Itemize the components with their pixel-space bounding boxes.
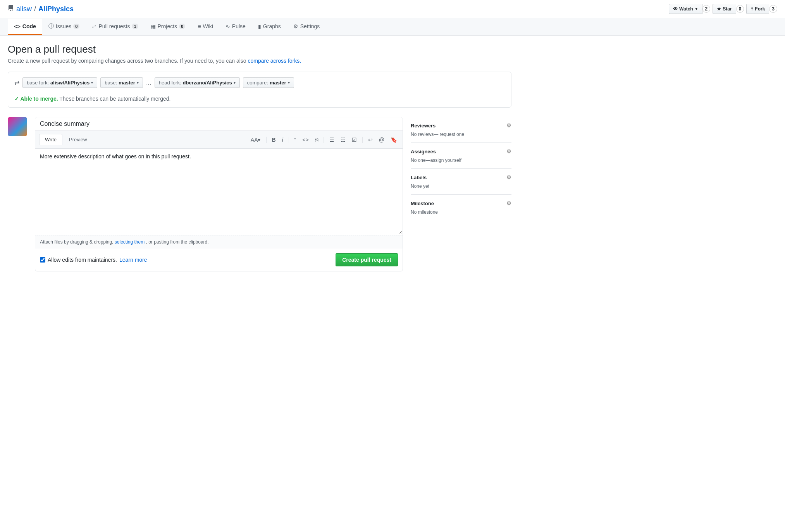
allow-edits-checkbox[interactable] bbox=[40, 257, 45, 263]
sidebar-milestone-header: Milestone ⚙ bbox=[411, 200, 511, 206]
compare-caret: ▾ bbox=[288, 81, 290, 85]
merge-status-text: These branches can be automatically merg… bbox=[59, 96, 170, 102]
italic-button[interactable]: i bbox=[281, 136, 285, 144]
eye-icon: 👁 bbox=[673, 6, 678, 12]
sidebar: Reviewers ⚙ No reviews— request one Assi… bbox=[411, 117, 511, 220]
tab-code[interactable]: <> Code bbox=[8, 19, 42, 35]
base-value: master bbox=[119, 80, 135, 86]
base-branch-button[interactable]: base: master ▾ bbox=[100, 77, 143, 88]
base-fork-caret: ▾ bbox=[91, 81, 93, 85]
mention-button[interactable]: @ bbox=[377, 136, 386, 144]
head-fork-button[interactable]: head fork: dberzano/AliPhysics ▾ bbox=[155, 77, 240, 88]
main-content: Open a pull request Create a new pull re… bbox=[0, 36, 519, 279]
sidebar-reviewers-empty: No reviews— request one bbox=[411, 132, 511, 137]
fork-icon: ⑂ bbox=[751, 6, 753, 12]
issues-icon: ⓘ bbox=[48, 23, 54, 30]
base-caret: ▾ bbox=[137, 81, 139, 85]
page-subtitle: Create a new pull request by comparing c… bbox=[8, 58, 511, 64]
pr-form-layout: Write Preview AA▾ B i “ <> ⎘ ☰ ☷ ☑ bbox=[8, 117, 511, 271]
watch-button[interactable]: 👁 Watch ▼ bbox=[669, 4, 702, 14]
pr-form: Write Preview AA▾ B i “ <> ⎘ ☰ ☷ ☑ bbox=[35, 117, 403, 271]
settings-icon: ⚙ bbox=[293, 23, 298, 29]
learn-more-link[interactable]: Learn more bbox=[119, 257, 147, 263]
sidebar-labels-section: Labels ⚙ None yet bbox=[411, 169, 511, 195]
allow-edits-text: Allow edits from maintainers. bbox=[48, 257, 117, 263]
wiki-icon: ≡ bbox=[198, 23, 201, 29]
tab-pulse-label: Pulse bbox=[232, 23, 246, 29]
head-fork-caret: ▾ bbox=[234, 81, 236, 85]
create-pr-button[interactable]: Create pull request bbox=[336, 253, 398, 266]
milestone-gear-icon[interactable]: ⚙ bbox=[506, 200, 511, 206]
base-fork-label: base fork: bbox=[27, 80, 49, 86]
nav-tabs: <> Code ⓘ Issues 0 ⇌ Pull requests 1 ▦ P… bbox=[0, 18, 785, 36]
editor-tab-group: Write Preview bbox=[39, 134, 93, 145]
tab-pull-requests[interactable]: ⇌ Pull requests 1 bbox=[86, 19, 144, 35]
form-footer: Allow edits from maintainers. Learn more… bbox=[35, 249, 403, 271]
header-actions: 👁 Watch ▼ 2 ★ Star 0 ⑂ Fork 3 bbox=[666, 4, 777, 14]
pr-body-textarea[interactable]: More extensive description of what goes … bbox=[35, 149, 403, 234]
labels-gear-icon[interactable]: ⚙ bbox=[506, 174, 511, 180]
tab-issues[interactable]: ⓘ Issues 0 bbox=[42, 18, 86, 35]
repo-title: alisw / AliPhysics bbox=[8, 5, 74, 13]
sidebar-assignees-empty: No one—assign yourself bbox=[411, 158, 511, 163]
watch-group: 👁 Watch ▼ 2 bbox=[669, 4, 710, 14]
tab-graphs[interactable]: ▮ Graphs bbox=[252, 19, 287, 35]
code-button[interactable]: <> bbox=[301, 136, 310, 144]
compare-branch-button[interactable]: compare: master ▾ bbox=[243, 77, 294, 88]
bold-button[interactable]: B bbox=[270, 136, 277, 144]
compare-forks-link[interactable]: compare across forks. bbox=[248, 58, 301, 64]
tab-pulse[interactable]: ∿ Pulse bbox=[219, 19, 252, 35]
watch-count: 2 bbox=[702, 5, 711, 13]
sidebar-assignees-header: Assignees ⚙ bbox=[411, 148, 511, 154]
merge-status: ✓ Able to merge. These branches can be a… bbox=[14, 96, 505, 102]
reply-button[interactable]: ↩ bbox=[367, 136, 374, 144]
sidebar-reviewers-section: Reviewers ⚙ No reviews— request one bbox=[411, 117, 511, 143]
write-tab[interactable]: Write bbox=[39, 134, 62, 145]
tab-graphs-label: Graphs bbox=[263, 23, 281, 29]
base-fork-value: alisw/AliPhysics bbox=[50, 80, 90, 86]
attach-link[interactable]: selecting them bbox=[115, 239, 145, 245]
watch-label: Watch bbox=[679, 6, 693, 12]
branch-selector: ⇄ base fork: alisw/AliPhysics ▾ base: ma… bbox=[8, 72, 511, 108]
ordered-list-button[interactable]: ☷ bbox=[339, 136, 347, 144]
assignees-gear-icon[interactable]: ⚙ bbox=[506, 148, 511, 154]
base-fork-button[interactable]: base fork: alisw/AliPhysics ▾ bbox=[22, 77, 97, 88]
tab-projects[interactable]: ▦ Projects 0 bbox=[145, 19, 192, 35]
repo-name[interactable]: AliPhysics bbox=[38, 5, 74, 13]
pr-title-input[interactable] bbox=[35, 117, 403, 131]
bookmark-button[interactable]: 🔖 bbox=[389, 136, 399, 144]
tab-code-label: Code bbox=[22, 23, 36, 29]
attach-rest: , or pasting from the clipboard. bbox=[146, 239, 209, 245]
quote-button[interactable]: “ bbox=[293, 136, 298, 144]
task-list-button[interactable]: ☑ bbox=[350, 136, 358, 144]
toolbar-sep-3 bbox=[324, 137, 324, 143]
sidebar-milestone-label: Milestone bbox=[411, 201, 434, 206]
tab-issues-label: Issues bbox=[56, 23, 71, 29]
top-header: alisw / AliPhysics 👁 Watch ▼ 2 ★ Star 0 … bbox=[0, 0, 785, 18]
graphs-icon: ▮ bbox=[258, 23, 261, 29]
star-icon: ★ bbox=[717, 6, 721, 12]
text-size-button[interactable]: AA▾ bbox=[249, 136, 262, 144]
toolbar-sep-4 bbox=[362, 137, 363, 143]
user-avatar bbox=[8, 117, 27, 136]
star-button[interactable]: ★ Star bbox=[713, 4, 736, 14]
allow-edits-label[interactable]: Allow edits from maintainers. Learn more bbox=[40, 257, 147, 263]
code-icon: <> bbox=[14, 23, 21, 29]
tab-wiki[interactable]: ≡ Wiki bbox=[191, 19, 219, 35]
link-button[interactable]: ⎘ bbox=[313, 136, 320, 144]
unordered-list-button[interactable]: ☰ bbox=[328, 136, 336, 144]
sidebar-labels-empty: None yet bbox=[411, 184, 511, 189]
preview-tab[interactable]: Preview bbox=[63, 134, 93, 145]
star-label: Star bbox=[723, 6, 732, 12]
issues-badge: 0 bbox=[73, 24, 79, 29]
reviewers-gear-icon[interactable]: ⚙ bbox=[506, 122, 511, 129]
editor-toolbar: AA▾ B i “ <> ⎘ ☰ ☷ ☑ ↩ @ 🔖 bbox=[249, 136, 399, 144]
fork-button[interactable]: ⑂ Fork bbox=[746, 4, 769, 14]
merge-status-bold: Able to merge. bbox=[20, 96, 58, 102]
toolbar-sep-2 bbox=[289, 137, 289, 143]
compare-arrows-icon: ⇄ bbox=[14, 79, 19, 86]
repo-owner[interactable]: alisw bbox=[16, 5, 32, 13]
toolbar-sep-1 bbox=[266, 137, 267, 143]
tab-settings[interactable]: ⚙ Settings bbox=[287, 19, 326, 35]
sidebar-milestone-section: Milestone ⚙ No milestone bbox=[411, 195, 511, 220]
